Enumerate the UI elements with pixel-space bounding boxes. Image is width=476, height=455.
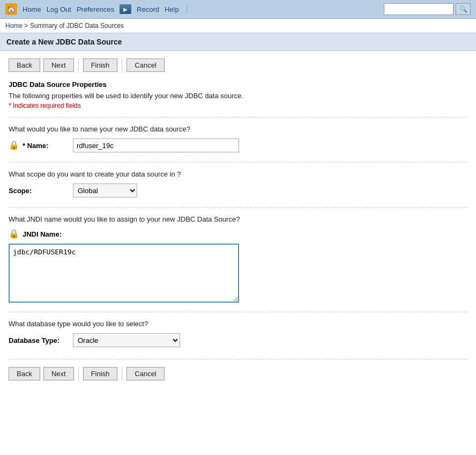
page-title: Create a New JDBC Data Source <box>6 38 122 46</box>
breadcrumb: Home > Summary of JDBC Data Sources <box>0 19 476 33</box>
record-icon: ▶ <box>120 4 131 14</box>
nav-divider <box>187 4 187 14</box>
next-button-bottom[interactable]: Next <box>43 367 74 380</box>
toolbar-separator2 <box>122 58 122 72</box>
db-label: Database Type: <box>9 336 73 344</box>
bottom-toolbar-separator2 <box>122 367 122 380</box>
topbar: 🏠 Home Log Out Preferences ▶ Record Help… <box>0 0 476 19</box>
db-question: What database type would you like to sel… <box>9 320 467 328</box>
divider-2 <box>9 162 467 163</box>
search-button[interactable]: 🔍 <box>456 3 471 15</box>
back-button-top[interactable]: Back <box>9 58 40 72</box>
finish-button-bottom[interactable]: Finish <box>83 367 118 380</box>
scope-select[interactable]: Global Local <box>73 184 137 197</box>
cancel-button-top[interactable]: Cancel <box>127 58 164 72</box>
scope-label-text: Scope: <box>9 187 32 195</box>
page-header: Create a New JDBC Data Source <box>0 33 476 51</box>
scope-label: Scope: <box>9 187 73 195</box>
required-fields-note: * Indicates required fields <box>9 102 467 109</box>
breadcrumb-home[interactable]: Home <box>5 22 23 30</box>
finish-button-top[interactable]: Finish <box>83 58 118 72</box>
name-input[interactable] <box>73 138 239 152</box>
scope-field-row: Scope: Global Local <box>9 184 467 200</box>
db-field-row: Database Type: Oracle MySQL DB2 PostgreS… <box>9 333 467 349</box>
search-icon: 🔍 <box>459 5 467 13</box>
cancel-button-bottom[interactable]: Cancel <box>127 367 164 380</box>
nav-help[interactable]: Help <box>165 5 179 13</box>
name-field-icon: 🔒 <box>9 140 19 151</box>
name-field-row: 🔒 * Name: <box>9 138 467 155</box>
name-label: 🔒 * Name: <box>9 140 73 151</box>
main-content: Back Next Finish Cancel JDBC Data Source… <box>0 51 476 388</box>
section-title: JDBC Data Source Properties <box>9 80 467 89</box>
next-button-top[interactable]: Next <box>43 58 74 72</box>
top-toolbar: Back Next Finish Cancel <box>9 58 467 72</box>
name-question: What would you like to name your new JDB… <box>9 125 467 133</box>
bottom-toolbar-separator <box>78 367 79 380</box>
search-area: 🔍 <box>384 3 471 15</box>
bottom-toolbar: Back Next Finish Cancel <box>9 359 467 380</box>
jndi-label-row: 🔒 JNDI Name: <box>9 229 467 239</box>
nav-home[interactable]: Home <box>23 5 41 13</box>
toolbar-separator <box>78 58 79 72</box>
breadcrumb-current: Summary of JDBC Data Sources <box>30 22 124 30</box>
db-label-text: Database Type: <box>9 336 59 344</box>
jndi-label-text: JNDI Name: <box>23 230 62 238</box>
home-icon: 🏠 <box>5 3 17 15</box>
jndi-field-icon: 🔒 <box>9 229 19 239</box>
divider-3 <box>9 207 467 208</box>
jndi-question: What JNDI name would you like to assign … <box>9 215 467 223</box>
divider-4 <box>9 312 467 312</box>
section-description: The following properties will be used to… <box>9 92 467 100</box>
divider-1 <box>9 117 467 118</box>
breadcrumb-separator: > <box>24 22 28 30</box>
nav-preferences[interactable]: Preferences <box>77 5 114 13</box>
back-button-bottom[interactable]: Back <box>9 367 40 380</box>
jndi-textarea[interactable]: jdbc/RDFUSER19c <box>9 244 239 303</box>
db-type-select[interactable]: Oracle MySQL DB2 PostgreSQL SQL Server O… <box>73 333 180 347</box>
nav-logout[interactable]: Log Out <box>47 5 71 13</box>
search-input[interactable] <box>384 3 453 15</box>
name-label-text: * Name: <box>23 142 48 150</box>
nav-record[interactable]: Record <box>137 5 159 13</box>
scope-question: What scope do you want to create your da… <box>9 170 467 178</box>
